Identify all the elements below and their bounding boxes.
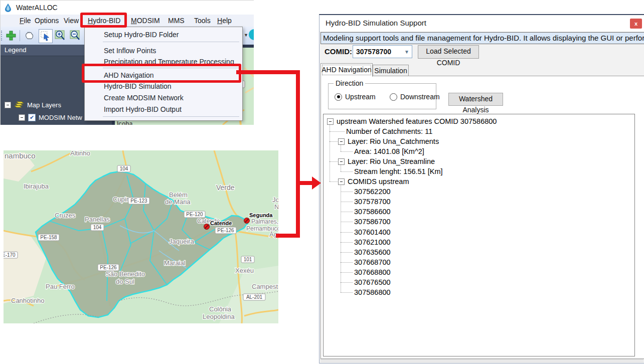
add-data-icon[interactable] [5,29,18,42]
pan-tool-icon[interactable] [23,29,36,42]
svg-text:AL-201: AL-201 [246,294,263,300]
connector-line-vertical [296,70,300,238]
svg-text:PE-120: PE-120 [186,212,203,217]
tree-node-comid[interactable]: 307586800 [354,287,391,297]
svg-text:101: 101 [244,257,252,262]
svg-text:Maraial: Maraial [164,259,186,267]
legend-item-modsim-network[interactable]: ✔ MODSIM Netw [19,114,82,121]
svg-text:PE-123: PE-123 [130,198,147,204]
svg-text:104: 104 [93,225,102,230]
svg-text:do Sul: do Sul [116,278,134,285]
legend-item-map-layers[interactable]: Map Layers [5,101,61,109]
layer-checkbox[interactable]: ✔ [28,114,36,121]
dialog-bottom-strip [320,359,643,362]
tree-node-comid[interactable]: 307668800 [354,267,391,277]
watershed-map[interactable]: nambuco Altinho Ibirajuba Cruzes Panella… [4,150,278,323]
menu-item-view[interactable]: View [63,15,80,27]
comid-value: 307578700 [356,48,404,56]
collapse-icon[interactable] [5,102,11,108]
tree-node-comid[interactable]: 307676500 [354,277,391,287]
menu-item-modsim[interactable]: MODSIM [130,15,161,27]
close-button[interactable]: x [630,19,642,29]
svg-text:Cruzes: Cruzes [55,212,76,219]
tree-node-comid[interactable]: 307621000 [354,237,391,247]
radio-downstream[interactable]: Downstream [390,93,440,101]
svg-text:Joá: Joá [272,196,278,204]
menubar: File Options View Hydro-BID MODSIM MMS T… [1,15,254,27]
collapse-icon[interactable] [338,138,345,145]
previous-extent-icon[interactable] [249,29,254,40]
menu-separator [103,42,239,42]
collapse-icon[interactable] [338,178,345,185]
tree-node-comid[interactable]: 307635600 [354,247,391,257]
svg-text:Altinho: Altinho [70,150,90,157]
svg-text:Campestr: Campestr [252,283,278,290]
hydro-bid-simulation-support-dialog: Hydro-BID Simulation Support x Modeling … [319,14,644,363]
highlight-box-hydro-bid-menu [80,13,127,28]
tree-node-comid[interactable]: 307668700 [354,257,391,267]
svg-text:de Maria: de Maria [165,198,191,206]
svg-text:104: 104 [120,166,128,171]
layers-icon [14,101,24,109]
zoom-out-icon[interactable] [69,29,82,42]
radio-button-icon[interactable] [390,93,397,101]
legend-item-label: MODSIM Netw [39,114,82,121]
connector-line-top [236,70,300,74]
svg-text:Canhotinho: Canhotinho [11,297,45,304]
zoom-in-icon[interactable] [54,29,67,42]
results-tree-panel[interactable]: upstream Watershed features COMID 307586… [323,114,635,356]
svg-text:PE-170: PE-170 [4,252,16,258]
svg-text:PE-126: PE-126 [217,228,234,233]
select-features-icon[interactable] [39,29,53,43]
watershed-analysis-button[interactable]: Watershed Analysis [448,93,503,106]
radio-button-icon[interactable] [335,93,342,101]
menu-item-tools[interactable]: Tools [193,15,212,27]
chevron-down-icon[interactable]: ▼ [404,49,409,55]
menu-item-options[interactable]: Options [34,15,60,27]
toolbar-dropdown-caret-icon[interactable]: ▼ [244,33,248,38]
menu-item-file[interactable]: File [19,15,32,27]
tree-node-comids-upstream[interactable]: COMIDS upstream [338,176,409,187]
connector-arrowhead [312,176,321,190]
svg-text:nambuco: nambuco [5,151,36,160]
toolbar-separator [20,30,20,41]
menu-item-setup-hydro-bid-folder[interactable]: Setup Hydro-BID Folder [104,29,238,40]
tree-node-stream-length[interactable]: Stream lenght: 156.51 [Km] [354,166,443,176]
tree-node-comid[interactable]: 307601400 [354,227,391,237]
menu-item-help[interactable]: Help [216,15,233,27]
menu-item-import-hydro-bid-output[interactable]: Import Hydro-BID Output [104,104,238,115]
svg-text:Segunda: Segunda [249,212,273,218]
load-selected-comid-button[interactable]: Load Selected COMID [418,45,479,59]
collapse-icon[interactable] [19,114,25,121]
window-title: WaterALLOC [16,4,58,12]
highlight-box-ahd-navigation [82,64,241,83]
radio-upstream[interactable]: Upstream [335,93,376,101]
menu-item-mms[interactable]: MMS [167,15,186,27]
tree-node-comid[interactable]: 307562200 [354,187,391,197]
svg-text:Panellas: Panellas [85,216,110,223]
svg-text:PE-126: PE-126 [100,265,117,270]
tree-node-area[interactable]: Area: 1401.08 [Km^2] [354,146,424,156]
svg-text:Colônia: Colônia [209,305,232,313]
tree-node-comid[interactable]: 307586700 [354,217,391,227]
svg-text:Jaqueira: Jaqueira [169,238,195,245]
toolbar-grip[interactable] [1,31,5,41]
collapse-icon[interactable] [327,118,334,125]
tab-simulation[interactable]: Simulation [373,65,409,77]
svg-text:Leopoldina: Leopoldina [203,313,235,320]
menu-item-set-inflow-points[interactable]: Set Inflow Points [104,45,238,56]
comid-label: COMID: [325,45,352,58]
tab-ahd-navigation[interactable]: AHD Navigation [320,63,373,77]
tree-node-catchments-layer[interactable]: Layer: Rio Una_Catchments [338,136,439,146]
svg-text:PE-158: PE-158 [40,235,57,240]
tree-node-comid[interactable]: 307578700 [354,197,391,207]
tree-node-root[interactable]: upstream Watershed features COMID 307586… [327,116,497,126]
direction-label: Direction [334,79,365,87]
tree-node-catchments-count[interactable]: Number of Catchments: 11 [346,126,432,136]
collapse-icon[interactable] [338,158,345,165]
connector-line-from-map [276,234,300,238]
comid-combobox[interactable]: 307578700 ▼ [353,45,412,58]
menu-item-create-modsim-network[interactable]: Create MODSIM Network [104,92,238,103]
tree-node-streamline-layer[interactable]: Layer: Rio Una_Streamline [338,156,435,166]
tree-node-comid[interactable]: 307586600 [354,207,391,217]
